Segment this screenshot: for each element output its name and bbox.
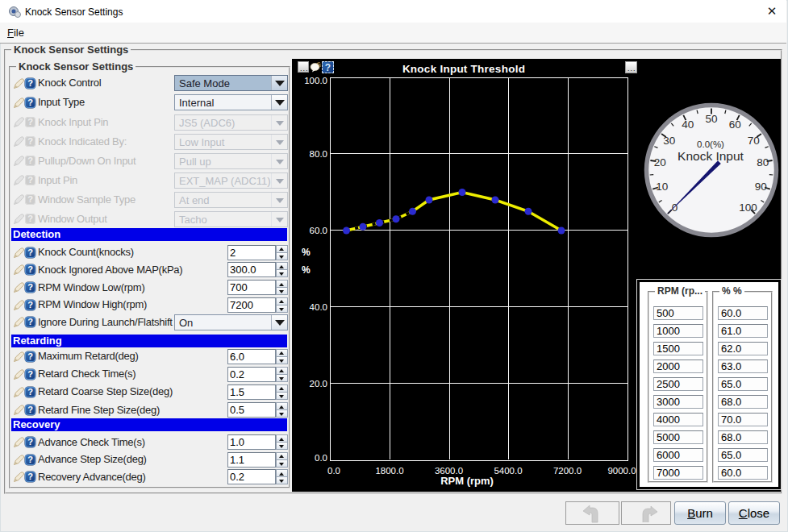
svg-text:1800.0: 1800.0 xyxy=(375,466,403,476)
svg-text:Knock Input: Knock Input xyxy=(678,149,744,163)
svg-text:60.0: 60.0 xyxy=(310,226,327,235)
svg-text:40: 40 xyxy=(682,118,694,131)
svg-text:9000.0: 9000.0 xyxy=(607,466,636,476)
svg-text:80.0: 80.0 xyxy=(310,149,327,159)
svg-text:7200.0: 7200.0 xyxy=(553,466,582,476)
svg-text:0.0: 0.0 xyxy=(327,466,340,476)
svg-text:40.0: 40.0 xyxy=(310,302,327,312)
svg-text:70: 70 xyxy=(748,135,760,147)
svg-text:RPM (rpm): RPM (rpm) xyxy=(440,475,494,487)
svg-text:%: % xyxy=(302,264,311,276)
svg-text:50: 50 xyxy=(705,113,717,125)
svg-text:20: 20 xyxy=(654,156,666,168)
svg-text:0.0: 0.0 xyxy=(315,453,327,463)
svg-text:80: 80 xyxy=(757,156,769,168)
svg-text:100.0: 100.0 xyxy=(304,76,327,85)
svg-text:20.0: 20.0 xyxy=(310,379,327,389)
svg-text:30: 30 xyxy=(663,135,675,147)
svg-text:5400.0: 5400.0 xyxy=(494,466,522,476)
svg-text:60: 60 xyxy=(729,118,741,131)
svg-text:0.0(%): 0.0(%) xyxy=(697,139,724,149)
svg-text:%: % xyxy=(302,247,311,258)
svg-text:90: 90 xyxy=(755,181,767,193)
svg-text:10: 10 xyxy=(656,181,668,193)
svg-text:0: 0 xyxy=(672,202,678,214)
svg-text:100: 100 xyxy=(739,202,757,214)
